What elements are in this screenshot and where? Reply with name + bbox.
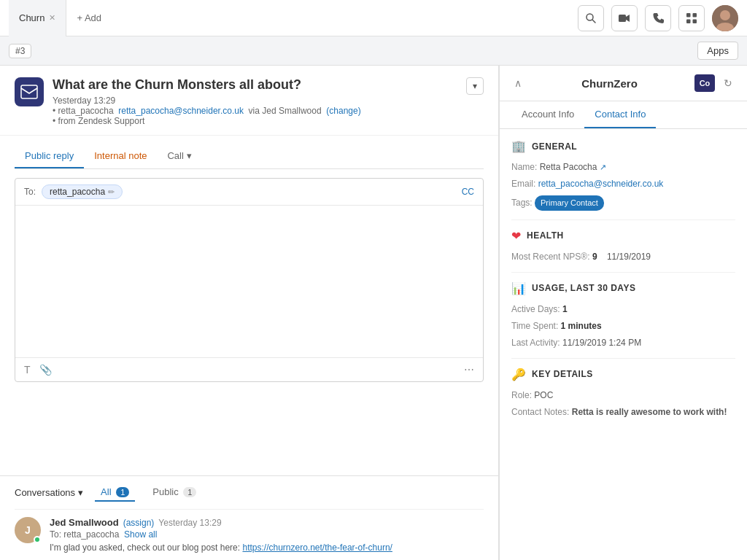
email-address-link[interactable]: retta_pacocha@schneider.co.uk xyxy=(118,106,244,116)
last-activity-value: 11/19/2019 1:24 PM xyxy=(562,338,641,348)
top-icons xyxy=(578,5,738,31)
email-dropdown-button[interactable]: ▾ xyxy=(466,77,484,95)
time-spent-row: Time Spent: 1 minutes xyxy=(511,319,735,332)
svg-rect-10 xyxy=(21,85,37,98)
conv-content: Jed Smallwood (assign) Yesterday 13:29 T… xyxy=(50,517,484,553)
top-bar: Churn ✕ + Add xyxy=(0,0,747,36)
general-section-header: 🏢 GENERAL xyxy=(511,139,735,153)
email-source: • from Zendesk Support xyxy=(53,116,457,126)
key-icon: 🔑 xyxy=(511,368,526,381)
active-days-value: 1 xyxy=(562,304,568,314)
contact-email-link[interactable]: retta_pacocha@schneider.co.uk xyxy=(538,179,664,189)
tab-account-info[interactable]: Account Info xyxy=(511,101,584,128)
tab-add[interactable]: + Add xyxy=(66,12,112,23)
active-days-row: Active Days: 1 xyxy=(511,303,735,316)
role-row: Role: POC xyxy=(511,389,735,402)
public-badge: 1 xyxy=(183,487,196,497)
notes-row: Contact Notes: Retta is really awesome t… xyxy=(511,405,735,419)
ticket-number: #3 xyxy=(9,44,31,58)
svg-rect-2 xyxy=(619,15,626,22)
sub-bar: #3 Apps xyxy=(0,36,747,66)
usage-title: USAGE, LAST 30 DAYS xyxy=(532,283,635,293)
search-button[interactable] xyxy=(578,5,604,31)
last-activity-row: Last Activity: 11/19/2019 1:24 PM xyxy=(511,336,735,349)
to-label: To: xyxy=(24,187,36,197)
reply-area: Public reply Internal note Call ▾ To: re… xyxy=(0,136,498,475)
text-format-icon[interactable]: T xyxy=(24,364,31,376)
tab-public-reply[interactable]: Public reply xyxy=(15,144,84,168)
tab-call[interactable]: Call ▾ xyxy=(157,144,201,168)
conv-assign[interactable]: (assign) xyxy=(123,518,155,528)
conv-avatar: J xyxy=(15,517,41,543)
usage-icon: 📊 xyxy=(511,281,526,295)
role-value: POC xyxy=(534,390,553,400)
email-timestamp: Yesterday 13:29 xyxy=(53,96,457,106)
recipient-tag[interactable]: retta_pacocha ✏ xyxy=(42,184,123,199)
svg-rect-4 xyxy=(693,13,697,18)
health-section-header: ❤ HEALTH xyxy=(511,229,735,243)
tab-churn[interactable]: Churn ✕ xyxy=(9,0,66,36)
svg-point-8 xyxy=(720,10,730,20)
show-all-link[interactable]: Show all xyxy=(124,529,157,540)
email-from: • retta_pacocha retta_pacocha@schneider.… xyxy=(53,106,457,116)
conversations-section: Conversations ▾ All 1 Public 1 J xyxy=(0,475,498,560)
right-tabs: Account Info Contact Info xyxy=(500,101,747,129)
right-content: 🏢 GENERAL Name: Retta Pacocha ↗ Email: r… xyxy=(500,129,747,432)
conversations-chevron: ▾ xyxy=(78,487,83,498)
tab-public[interactable]: Public 1 xyxy=(147,483,202,502)
key-title: KEY DETAILS xyxy=(532,369,593,379)
nps-row: Most Recent NPS®: 9 11/19/2019 xyxy=(511,250,735,263)
grid-button[interactable] xyxy=(678,5,705,31)
svg-rect-5 xyxy=(686,19,691,23)
email-title-area: What are the Churn Monsters all about? Y… xyxy=(53,77,457,126)
conv-header: Conversations ▾ All 1 Public 1 xyxy=(15,483,484,502)
notes-value: Retta is really awesome to work with! xyxy=(572,407,727,417)
collapse-button[interactable]: ∧ xyxy=(511,74,525,92)
right-panel-header: ∧ ChurnZero Co ↻ xyxy=(500,66,747,101)
tab-close-icon[interactable]: ✕ xyxy=(49,13,55,23)
building-icon: 🏢 xyxy=(511,139,526,153)
svg-rect-3 xyxy=(686,13,691,18)
attach-icon[interactable]: 📎 xyxy=(39,364,52,376)
tab-internal-note[interactable]: Internal note xyxy=(84,144,157,168)
blog-link[interactable]: https://churnzero.net/the-fear-of-churn/ xyxy=(242,542,392,553)
tab-all[interactable]: All 1 xyxy=(95,483,135,502)
conversations-dropdown[interactable]: Conversations ▾ xyxy=(15,487,83,498)
key-section-header: 🔑 KEY DETAILS xyxy=(511,368,735,381)
all-badge: 1 xyxy=(116,487,129,497)
email-row: Email: retta_pacocha@schneider.co.uk xyxy=(511,177,735,190)
conv-to: To: retta_pacocha Show all xyxy=(50,529,484,540)
call-chevron-icon: ▾ xyxy=(187,150,192,161)
tags-row: Tags: Primary Contact xyxy=(511,194,735,211)
nps-date: 11/19/2019 xyxy=(607,252,651,262)
more-options-icon[interactable]: ⋯ xyxy=(464,364,474,376)
general-title: GENERAL xyxy=(532,141,577,152)
edit-recipient-icon[interactable]: ✏ xyxy=(108,187,115,197)
reply-body[interactable] xyxy=(15,206,483,357)
conversation-item: J Jed Smallwood (assign) Yesterday 13:29… xyxy=(15,509,484,560)
refresh-button[interactable]: ↻ xyxy=(721,74,735,92)
conv-text: I'm glad you asked, check out our blog p… xyxy=(50,542,484,553)
right-panel: ∧ ChurnZero Co ↻ Account Info Contact In… xyxy=(499,66,747,560)
reply-box: To: retta_pacocha ✏ CC T 📎 ⋯ xyxy=(15,178,484,382)
primary-contact-tag: Primary Contact xyxy=(535,195,604,211)
video-button[interactable] xyxy=(611,5,638,31)
phone-button[interactable] xyxy=(645,5,671,31)
reply-to-row: To: retta_pacocha ✏ CC xyxy=(15,179,483,206)
conv-time: Yesterday 13:29 xyxy=(158,518,221,528)
tab-contact-info[interactable]: Contact Info xyxy=(584,101,656,128)
health-icon: ❤ xyxy=(511,229,521,243)
svg-point-0 xyxy=(587,14,593,20)
email-header: What are the Churn Monsters all about? Y… xyxy=(0,66,498,136)
usage-section-header: 📊 USAGE, LAST 30 DAYS xyxy=(511,281,735,295)
avatar[interactable] xyxy=(712,5,738,31)
conv-name: Jed Smallwood xyxy=(50,517,119,528)
external-link-icon[interactable]: ↗ xyxy=(600,163,606,171)
apps-button[interactable]: Apps xyxy=(697,42,738,60)
churnzero-logo: ChurnZero xyxy=(581,77,638,90)
contact-name: Retta Pacocha xyxy=(540,162,597,172)
co-badge: Co xyxy=(694,74,715,92)
cc-button[interactable]: CC xyxy=(462,187,474,197)
email-change-link[interactable]: (change) xyxy=(326,106,360,116)
email-title: What are the Churn Monsters all about? xyxy=(53,77,457,93)
